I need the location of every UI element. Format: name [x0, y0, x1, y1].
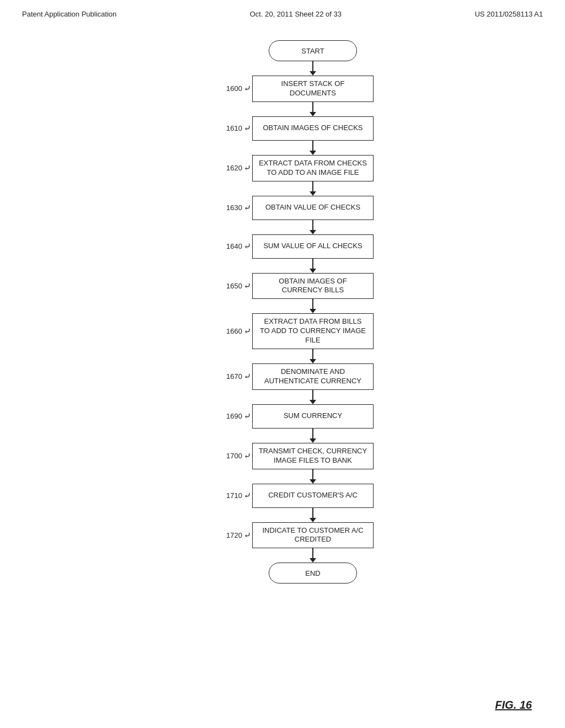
- node-box-1640: SUM VALUE OF ALL CHECKS: [252, 234, 374, 259]
- step-curl-1700: ⤷: [244, 451, 251, 461]
- step-num-1640: 1640: [226, 242, 242, 250]
- step-row-1610: 1610⤷OBTAIN IMAGES OF CHECKS: [191, 116, 374, 141]
- node-box-1690: SUM CURRENCY: [252, 404, 374, 429]
- arrow-1620: [222, 181, 343, 196]
- node-box-1660: EXTRACT DATA FROM BILLS TO ADD TO CURREN…: [252, 313, 374, 349]
- step-1710: 1710⤷CREDIT CUSTOMER'S A/C: [191, 484, 374, 522]
- step-label-area-1710: 1710⤷: [191, 490, 252, 501]
- step-1720: 1720⤷INDICATE TO CUSTOMER A/C CREDITED: [191, 522, 374, 563]
- arrow-1690: [222, 429, 343, 443]
- step-label-area-1670: 1670⤷: [191, 371, 252, 382]
- step-label-area-1650: 1650⤷: [191, 281, 252, 291]
- flowchart: START 1600⤷INSERT STACK OF DOCUMENTS 161…: [191, 40, 374, 584]
- diagram-area: START 1600⤷INSERT STACK OF DOCUMENTS 161…: [0, 24, 565, 584]
- step-num-1660: 1660: [226, 327, 242, 335]
- node-box-1670: DENOMINATE AND AUTHENTICATE CURRENCY: [252, 363, 374, 390]
- node-box-1650: OBTAIN IMAGES OF CURRENCY BILLS: [252, 273, 374, 299]
- node-box-1600: INSERT STACK OF DOCUMENTS: [252, 76, 374, 102]
- arrow-1610: [222, 141, 343, 155]
- step-num-1630: 1630: [226, 204, 242, 212]
- step-num-1610: 1610: [226, 124, 242, 132]
- step-row-1660: 1660⤷EXTRACT DATA FROM BILLS TO ADD TO C…: [191, 313, 374, 349]
- arrow-1720: [222, 548, 343, 563]
- step-1700: 1700⤷TRANSMIT CHECK, CURRENCY IMAGE FILE…: [191, 443, 374, 484]
- header-left: Patent Application Publication: [22, 10, 116, 18]
- step-label-area-1630: 1630⤷: [191, 202, 252, 213]
- arrow-1670: [222, 390, 343, 404]
- step-curl-1620: ⤷: [244, 163, 251, 173]
- step-1640: 1640⤷SUM VALUE OF ALL CHECKS: [191, 234, 374, 273]
- step-1650: 1650⤷OBTAIN IMAGES OF CURRENCY BILLS: [191, 273, 374, 314]
- step-num-1710: 1710: [226, 491, 242, 500]
- step-num-1690: 1690: [226, 412, 242, 420]
- step-num-1600: 1600: [226, 84, 242, 93]
- step-curl-1690: ⤷: [244, 411, 251, 421]
- arrow-1600: [222, 102, 343, 116]
- step-curl-1670: ⤷: [244, 371, 251, 382]
- step-label-area-1600: 1600⤷: [191, 83, 252, 94]
- header-right: US 2011/0258113 A1: [475, 10, 543, 18]
- step-curl-1720: ⤷: [244, 530, 251, 540]
- step-1690: 1690⤷SUM CURRENCY: [191, 404, 374, 443]
- step-1600: 1600⤷INSERT STACK OF DOCUMENTS: [191, 76, 374, 116]
- step-1630: 1630⤷OBTAIN VALUE OF CHECKS: [191, 196, 374, 234]
- step-row-1720: 1720⤷INDICATE TO CUSTOMER A/C CREDITED: [191, 522, 374, 549]
- node-box-1700: TRANSMIT CHECK, CURRENCY IMAGE FILES TO …: [252, 443, 374, 469]
- step-num-1720: 1720: [226, 531, 242, 539]
- step-curl-1650: ⤷: [244, 281, 251, 291]
- node-box-1720: INDICATE TO CUSTOMER A/C CREDITED: [252, 522, 374, 549]
- step-label-area-1660: 1660⤷: [191, 326, 252, 336]
- step-row-1670: 1670⤷DENOMINATE AND AUTHENTICATE CURRENC…: [191, 363, 374, 390]
- step-row-start: START: [208, 40, 357, 61]
- step-curl-1660: ⤷: [244, 326, 251, 336]
- node-box-1620: EXTRACT DATA FROM CHECKS TO ADD TO AN IM…: [252, 155, 374, 181]
- step-num-1620: 1620: [226, 164, 242, 172]
- step-curl-1710: ⤷: [244, 490, 251, 501]
- node-box-start: START: [269, 40, 357, 61]
- arrow-start: [222, 61, 343, 76]
- step-1670: 1670⤷DENOMINATE AND AUTHENTICATE CURRENC…: [191, 363, 374, 404]
- arrow-1640: [222, 259, 343, 273]
- step-row-1640: 1640⤷SUM VALUE OF ALL CHECKS: [191, 234, 374, 259]
- step-label-area-1700: 1700⤷: [191, 451, 252, 461]
- step-row-1630: 1630⤷OBTAIN VALUE OF CHECKS: [191, 196, 374, 220]
- arrow-1660: [222, 349, 343, 363]
- step-row-end: END: [208, 563, 357, 584]
- step-1610: 1610⤷OBTAIN IMAGES OF CHECKS: [191, 116, 374, 155]
- node-box-1710: CREDIT CUSTOMER'S A/C: [252, 484, 374, 508]
- step-num-1670: 1670: [226, 372, 242, 381]
- node-box-1630: OBTAIN VALUE OF CHECKS: [252, 196, 374, 220]
- step-curl-1600: ⤷: [244, 83, 251, 94]
- step-curl-1640: ⤷: [244, 241, 251, 251]
- step-num-1700: 1700: [226, 452, 242, 460]
- node-box-1610: OBTAIN IMAGES OF CHECKS: [252, 116, 374, 141]
- node-box-end: END: [269, 563, 357, 584]
- step-row-1600: 1600⤷INSERT STACK OF DOCUMENTS: [191, 76, 374, 102]
- page-header: Patent Application Publication Oct. 20, …: [0, 0, 565, 24]
- step-row-1690: 1690⤷SUM CURRENCY: [191, 404, 374, 429]
- step-row-1620: 1620⤷EXTRACT DATA FROM CHECKS TO ADD TO …: [191, 155, 374, 181]
- step-label-area-1620: 1620⤷: [191, 163, 252, 173]
- step-start: START: [208, 40, 357, 76]
- step-row-1700: 1700⤷TRANSMIT CHECK, CURRENCY IMAGE FILE…: [191, 443, 374, 469]
- step-1620: 1620⤷EXTRACT DATA FROM CHECKS TO ADD TO …: [191, 155, 374, 196]
- figure-label: FIG. 16: [495, 699, 532, 711]
- header-center: Oct. 20, 2011 Sheet 22 of 33: [250, 10, 342, 18]
- step-label-area-1640: 1640⤷: [191, 241, 252, 251]
- step-row-1650: 1650⤷OBTAIN IMAGES OF CURRENCY BILLS: [191, 273, 374, 299]
- step-row-1710: 1710⤷CREDIT CUSTOMER'S A/C: [191, 484, 374, 508]
- step-end: END: [208, 563, 357, 584]
- step-curl-1610: ⤷: [244, 123, 251, 133]
- step-curl-1630: ⤷: [244, 202, 251, 213]
- arrow-1710: [222, 508, 343, 522]
- arrow-1630: [222, 220, 343, 234]
- step-label-area-1690: 1690⤷: [191, 411, 252, 421]
- step-label-area-1610: 1610⤷: [191, 123, 252, 133]
- arrow-1650: [222, 299, 343, 313]
- step-num-1650: 1650: [226, 282, 242, 290]
- arrow-1700: [222, 469, 343, 484]
- step-label-area-1720: 1720⤷: [191, 530, 252, 540]
- step-1660: 1660⤷EXTRACT DATA FROM BILLS TO ADD TO C…: [191, 313, 374, 363]
